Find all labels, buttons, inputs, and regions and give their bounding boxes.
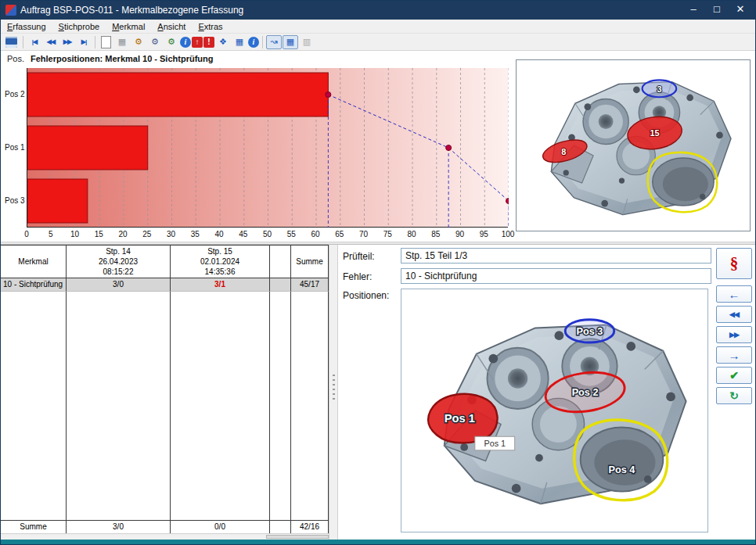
x-axis-tick-label: 40: [214, 230, 223, 238]
x-axis-tick-label: 100: [502, 230, 515, 238]
x-axis-tick-label: 5: [49, 230, 53, 238]
svg-text:8: 8: [561, 147, 566, 156]
extra-view-icon[interactable]: ▥: [299, 35, 315, 49]
cumulative-line: [328, 95, 509, 201]
svg-text:3: 3: [657, 84, 661, 94]
menu-item-stichprobe[interactable]: Stichprobe: [52, 21, 106, 32]
pareto-chart-panel: Pos. Fehlerpositionen: Merkmal 10 - Sich…: [1, 51, 755, 242]
top-part-image[interactable]: 3 15 8: [516, 59, 751, 231]
toolbar-separator: [95, 36, 95, 48]
vertical-splitter[interactable]: [329, 245, 338, 540]
app-icon: [5, 5, 16, 16]
table-row[interactable]: 10 - Sichtprüfung 3/0 3/1 45/17: [1, 278, 329, 292]
title-bar: Auftrag BSP-POS-011 - Merkmalbezogene Er…: [1, 1, 755, 20]
toolbar: |◀◀◀▶▶▶|▦⚙⚙⚙i↑!❖▦i↝▦▥: [1, 34, 755, 51]
next-part-button[interactable]: →: [716, 346, 752, 364]
nav-prev-icon[interactable]: ◀◀: [43, 35, 59, 49]
values-grid-icon[interactable]: ▦: [114, 35, 130, 49]
position-marker-pos1[interactable]: Pos 1: [428, 394, 498, 443]
column-header-summe: Summe: [291, 246, 329, 278]
position-marker-pos3[interactable]: Pos 3: [565, 320, 614, 342]
table-empty-area: [1, 292, 329, 520]
svg-text:15: 15: [650, 128, 660, 138]
bottom-part-image[interactable]: Pos 3 Pos 2 Pos 1 Pos 4: [401, 289, 708, 532]
position-tooltip: Pos 1: [475, 436, 515, 450]
side-button-column: § ← ◀◀ ▶▶ → ✔ ↻: [716, 248, 752, 407]
refresh-confirm-button[interactable]: ↻: [716, 387, 752, 404]
process-settings-icon[interactable]: ⚙: [164, 35, 179, 49]
menu-item-ansicht[interactable]: Ansicht: [151, 21, 192, 32]
column-header-empty: [270, 246, 291, 278]
minimize-button[interactable]: –: [682, 1, 705, 20]
confirm-button[interactable]: ✔: [716, 367, 752, 384]
column-header-stp14: Stp. 14 26.04.2023 08:15:22: [67, 246, 171, 278]
defect-region-3[interactable]: 3: [643, 80, 677, 97]
table-footer-row: Summe 3/0 0/0 42/16: [1, 520, 329, 533]
x-axis-tick-label: 0: [24, 230, 29, 238]
splitter-grip: [333, 375, 335, 401]
pruefteil-label: Prüfteil:: [343, 251, 375, 262]
addon-icon[interactable]: ❖: [215, 35, 231, 49]
info-second-icon[interactable]: i: [248, 37, 259, 48]
cumulative-point: [506, 199, 509, 204]
results-table: Merkmal Stp. 14 26.04.2023 08:15:22 Stp.…: [1, 245, 329, 540]
new-document-icon[interactable]: [101, 36, 111, 48]
table-view-icon[interactable]: ▦: [283, 35, 298, 49]
cell-stp14: 3/0: [67, 278, 171, 292]
chart-bar: [27, 126, 148, 170]
last-part-button[interactable]: ▶▶: [716, 326, 752, 343]
x-axis-tick-label: 80: [407, 230, 416, 238]
fehler-value[interactable]: 10 - Sichtprüfung: [401, 268, 711, 284]
bottom-section: Merkmal Stp. 14 26.04.2023 08:15:22 Stp.…: [1, 245, 755, 540]
detail-panel: Prüfteil: Stp. 15 Teil 1/3 Fehler: 10 - …: [338, 245, 755, 540]
toolbar-separator: [262, 36, 263, 48]
menu-item-extras[interactable]: Extras: [192, 21, 229, 32]
upload-red-icon[interactable]: ↑: [192, 37, 203, 48]
save-icon[interactable]: [5, 37, 17, 48]
grid-blue-icon[interactable]: ▦: [232, 35, 247, 49]
plot-area: [27, 68, 508, 228]
pruefteil-value[interactable]: Stp. 15 Teil 1/3: [401, 248, 711, 264]
close-button[interactable]: ✕: [729, 1, 752, 20]
chart-bar: [27, 73, 328, 117]
footer-stp15: 0/0: [171, 521, 270, 533]
fehler-label: Fehler:: [343, 271, 372, 282]
chart-title: Fehlerpositionen: Merkmal 10 - Sichtprüf…: [31, 54, 213, 63]
y-axis-label: Pos 1: [5, 143, 26, 152]
window-bottom-edge: [1, 540, 755, 544]
x-axis-tick-label: 50: [263, 230, 272, 238]
chart-view-icon[interactable]: ↝: [266, 35, 282, 49]
prev-part-button[interactable]: ←: [716, 285, 752, 303]
footer-stp14: 3/0: [67, 521, 171, 533]
first-part-button[interactable]: ◀◀: [716, 306, 752, 323]
maximize-button[interactable]: □: [705, 1, 729, 20]
x-axis-tick-label: 55: [287, 230, 296, 238]
cumulative-point: [326, 92, 331, 98]
scrollbar-thumb[interactable]: [266, 535, 329, 539]
nav-first-icon[interactable]: |◀: [27, 35, 42, 49]
x-axis-tick-label: 70: [359, 230, 368, 238]
x-axis-tick-label: 10: [70, 230, 79, 238]
x-axis-tick-label: 15: [95, 230, 103, 238]
chart-corner-label: Pos.: [7, 54, 24, 63]
y-axis-label: Pos 2: [5, 90, 26, 99]
nav-next-icon[interactable]: ▶▶: [59, 35, 75, 49]
x-axis-tick-label: 85: [431, 230, 440, 238]
x-axis-tick-label: 35: [191, 230, 200, 238]
menu-bar: Erfassung Stichprobe Merkmal Ansicht Ext…: [1, 20, 755, 34]
paragraph-button[interactable]: §: [716, 248, 752, 279]
toolbar-separator: [23, 36, 23, 48]
info-icon[interactable]: i: [180, 37, 191, 48]
measurement-settings-icon[interactable]: ⚙: [147, 35, 163, 49]
table-header: Merkmal Stp. 14 26.04.2023 08:15:22 Stp.…: [1, 246, 329, 278]
horizontal-scrollbar[interactable]: [1, 533, 329, 540]
sample-settings-icon[interactable]: ⚙: [131, 35, 146, 49]
nav-last-icon[interactable]: ▶|: [76, 35, 92, 49]
alarm-red-icon[interactable]: !: [203, 37, 214, 48]
menu-item-merkmal[interactable]: Merkmal: [106, 21, 151, 32]
footer-label: Summe: [1, 521, 67, 533]
column-header-stp15: Stp. 15 02.01.2024 14:35:36: [171, 246, 270, 278]
menu-item-erfassung[interactable]: Erfassung: [1, 21, 52, 32]
svg-text:Pos 2: Pos 2: [572, 387, 599, 398]
x-axis-tick-label: 30: [167, 230, 175, 238]
